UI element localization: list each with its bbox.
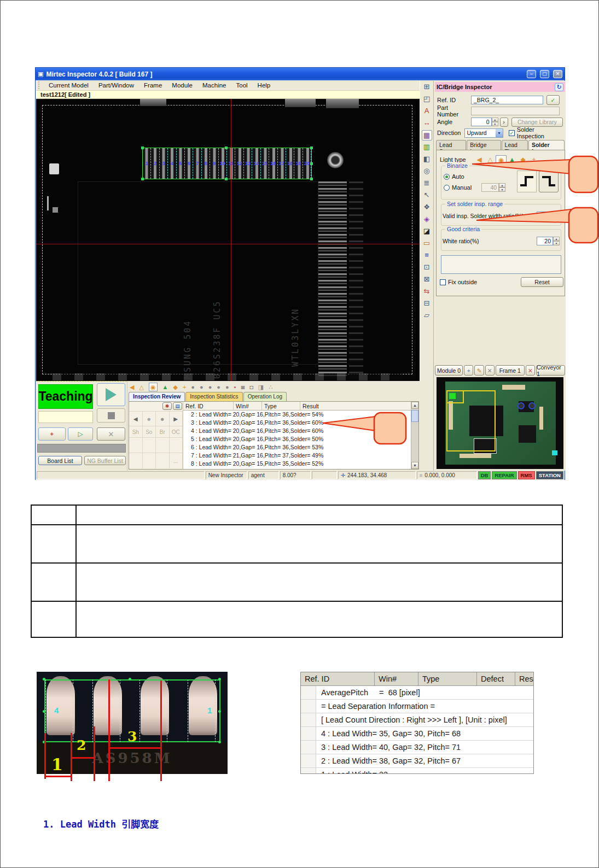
start-inspection-button[interactable] [97,383,125,406]
light-plus-icon[interactable]: + [183,383,186,391]
tab-operation-log[interactable]: Operation Log [243,392,287,401]
defect-filter-oc[interactable]: OC [170,426,183,437]
title-bar[interactable]: ▣ Mirtec Inspector 4.0.2 [ Build 167 ] –… [36,68,565,80]
maximize-button[interactable]: ▢ [540,70,549,78]
play-frame-button[interactable]: ▷ [68,427,93,441]
diamond-target-icon[interactable]: ◈ [422,214,432,225]
lead-inspection-window[interactable]: 1 2 3 4 5 6 7 8 9 10 11 12 13 14 15 16 1… [142,148,312,179]
angle-stepper[interactable]: 0 ▲▼ [471,118,498,126]
save-window-icon[interactable]: ⊟ [422,298,432,309]
menu-part-window[interactable]: Part/Window [94,81,139,90]
light-side-icon[interactable]: ◀ [130,383,134,391]
resize-handle[interactable] [310,162,313,165]
color-filter-icon[interactable]: ✱ [162,402,172,410]
menu-machine[interactable]: Machine [197,81,231,90]
round-tool-icon[interactable]: ● [225,383,229,391]
board-list-button[interactable]: Board List [38,456,82,465]
auto-radio[interactable] [444,174,450,180]
menu-current-model[interactable]: Current Model [44,81,94,90]
tab-lead-sep[interactable]: Lead Sep. [436,140,466,150]
menu-help[interactable]: Help [253,81,276,90]
teach-tool-button[interactable]: ⌖ [38,427,66,441]
module-button[interactable]: Module 0 [435,365,463,376]
round-tool-icon[interactable]: ● [191,383,195,391]
book-icon[interactable]: ▭ [422,238,432,249]
resize-handle[interactable] [225,146,228,149]
refresh-icon[interactable]: ↻ [555,83,563,91]
camera-tool-icon[interactable]: ◙ [241,383,245,391]
scroll-thumb[interactable] [411,410,418,422]
menu-tool[interactable]: Tool [231,81,252,90]
defect-filter-so[interactable]: So [143,426,156,437]
menu-frame[interactable]: Frame [139,81,167,90]
stop-button[interactable] [97,408,125,423]
part-number-field[interactable] [471,107,560,115]
manual-threshold-stepper[interactable]: 40 ▲▼ [481,183,505,192]
col-result[interactable]: Result [300,402,411,410]
keyboard-icon[interactable]: ▱ [422,310,432,321]
confirm-check-button[interactable]: ✓ [546,95,560,105]
resize-handle[interactable] [310,146,313,149]
result-row[interactable]: 3 : Lead Width= 20,Gap= 16,Pitch= 36,Sol… [183,419,411,427]
light-v-icon[interactable]: ◆ [517,155,528,165]
results-scrollbar[interactable]: ▲ ▼ [411,402,418,469]
light-h-icon[interactable]: ◉ [496,155,507,165]
close-button[interactable]: ✕ [553,70,562,78]
defect-filter-br[interactable]: Br [156,426,170,437]
tab-solder-insp[interactable]: Solder Insp. [528,140,565,150]
move-tool-icon[interactable]: ∴ [269,383,272,391]
model-grid-icon[interactable]: ⊞ [422,82,432,92]
camera-stand-icon[interactable]: ◎ [422,166,432,177]
minimize-button[interactable]: – [527,70,536,78]
spin-up-icon[interactable]: ▲ [492,118,498,122]
result-row[interactable]: 5 : Lead Width= 20,Gap= 16,Pitch= 36,Sol… [183,435,411,443]
scroll-down-icon[interactable]: ▼ [411,462,418,469]
light-side-icon[interactable]: ◀ [474,155,485,165]
round-tool-icon[interactable]: ● [217,383,220,391]
direction-select[interactable]: Upward ▼ [464,128,503,138]
resize-handle[interactable] [141,146,144,149]
ng-buffer-list-button[interactable]: NG Buffer List [84,456,126,465]
light-plus-icon[interactable]: + [528,155,539,165]
tab-inspection-statistics[interactable]: Inspection Statistics [185,392,242,401]
round-tool-icon[interactable]: ● [200,383,203,391]
results-table[interactable]: Ref. ID Win# Type Result 2 : Lead Width=… [183,402,411,469]
stretch-icon[interactable]: ↔ [422,118,432,128]
binarize-rising-step-button[interactable] [517,171,537,192]
list-icon[interactable]: ≡ [422,250,432,261]
manual-radio[interactable] [444,185,450,191]
result-row[interactable]: 6 : Lead Width= 20,Gap= 16,Pitch= 36,Sol… [183,443,411,451]
conveyor-button[interactable]: Conveyor 1 [536,365,565,376]
light-up-icon[interactable]: ▲ [162,383,168,391]
col-ref-id[interactable]: Ref. ID [183,402,234,410]
rgb-view-icon[interactable]: ▥ [422,142,432,153]
result-row[interactable]: 4 : Lead Width= 20,Gap= 16,Pitch= 36,Sol… [183,427,411,435]
device-tool-icon[interactable]: ◨ [258,383,264,391]
export-table-icon[interactable]: ▤ [173,402,182,410]
light-v-icon[interactable]: ◆ [173,383,177,391]
solder-width-stepper[interactable]: 100 ▲▼ [537,212,560,220]
menu-module[interactable]: Module [167,81,197,90]
col-type[interactable]: Type [262,402,300,410]
combo-arrow-icon[interactable]: ▼ [496,129,503,137]
paste-window-icon[interactable]: ⊠ [422,274,432,285]
scroll-up-icon[interactable]: ▲ [411,402,418,409]
square-tool-icon[interactable]: ▪ [234,383,236,391]
light-top-icon[interactable]: △ [485,155,496,165]
change-library-button[interactable]: Change Library [511,118,563,127]
delete-module-icon[interactable]: ✕ [485,365,495,376]
tab-inspection-review[interactable]: Inspection Review [129,392,185,401]
cancel-button[interactable]: ✕ [97,427,125,441]
next-defect-button[interactable]: ► [170,412,183,426]
camera-view[interactable]: MSUNG 504 026S238F UC5 WTL03LYXN 1 2 3 4… [36,99,420,381]
text-label-icon[interactable]: A [422,106,432,116]
open-part-icon[interactable]: ◰ [422,94,432,104]
tab-bridge-insp[interactable]: Bridge Insp. [467,140,501,150]
copy-window-icon[interactable]: ⊡ [422,262,432,273]
monitor-tool-icon[interactable]: ◘ [249,383,253,391]
ref-id-field[interactable]: _BRG_2_ [471,96,543,104]
monitor-icon[interactable]: ≣ [422,178,432,189]
col-win[interactable]: Win# [234,402,262,410]
add-module-icon[interactable]: + [464,365,473,376]
prev-defect-button[interactable]: ◄ [129,412,143,426]
